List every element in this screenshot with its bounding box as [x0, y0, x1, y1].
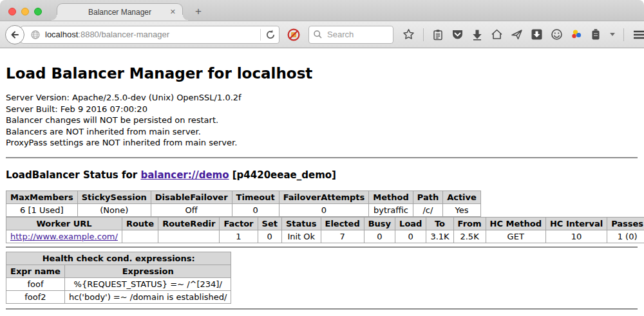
zoom-window-button[interactable] — [34, 8, 42, 15]
cell: Off — [151, 203, 232, 216]
toolbar-divider — [423, 28, 424, 41]
server-info: Server Version: Apache/2.5.0-dev (Unix) … — [6, 92, 638, 149]
emoji-addon-button[interactable] — [551, 28, 563, 41]
cell: %{REQUEST_STATUS} =~ /^[234]/ — [64, 277, 231, 290]
menu-button[interactable] — [632, 29, 644, 41]
tab-balancer-manager[interactable]: Balancer Manager ✕ — [57, 3, 183, 21]
reload-icon — [265, 29, 276, 41]
tab-bar: Balancer Manager ✕ + — [0, 0, 644, 21]
table-header-row: Worker URLRouteRouteRedirFactorSetStatus… — [6, 217, 644, 230]
cell — [122, 230, 158, 243]
table-row: foof2hc('body') =~ /domain is establishe… — [6, 290, 231, 303]
urlbar-divider — [260, 29, 261, 41]
tab-close-icon[interactable]: ✕ — [170, 8, 176, 16]
cell: 7 — [321, 230, 364, 243]
column-header: Status — [281, 217, 321, 230]
url-host: localhost — [45, 30, 78, 39]
search-bar — [308, 26, 393, 44]
container-addon-button[interactable] — [591, 28, 601, 41]
column-header: Set — [258, 217, 281, 230]
clipboard-icon — [432, 29, 444, 41]
column-header: Busy — [364, 217, 395, 230]
info-line: Balancer changes will NOT be persisted o… — [6, 115, 638, 126]
status-prefix: LoadBalancer Status for — [6, 169, 140, 181]
status-suffix: [p4420eeae_demo] — [229, 169, 336, 181]
container-icon — [591, 28, 601, 41]
hamburger-menu-icon — [632, 29, 644, 41]
reload-button[interactable] — [265, 29, 276, 41]
cell: 10 — [545, 230, 607, 243]
column-header: Route — [122, 217, 158, 230]
balancer-settings-table: MaxMembersStickySessionDisableFailoverTi… — [6, 191, 481, 217]
table-row: http://www.example.com/ 10Init Ok7003.1K… — [6, 230, 644, 243]
column-header: Timeout — [232, 191, 279, 203]
cell: 3.1K — [426, 230, 453, 243]
bookmark-star-button[interactable] — [402, 28, 415, 41]
cell: 2.5K — [453, 230, 486, 243]
close-window-button[interactable] — [8, 8, 16, 15]
column-header: Active — [443, 191, 481, 203]
cell: 0 — [279, 203, 369, 216]
table-row: foof%{REQUEST_STATUS} =~ /^[234]/ — [6, 277, 231, 290]
cell: Init Ok — [281, 230, 321, 243]
cell: 1 — [220, 230, 258, 243]
cell: GET — [486, 230, 545, 243]
table-row: 6 [1 Used](None)Off00bytraffic/c/Yes — [6, 203, 481, 216]
info-line: Server Built: Feb 9 2016 07:00:20 — [6, 104, 638, 115]
column-header: Path — [413, 191, 442, 203]
url-text: localhost:8880/balancer-manager — [45, 30, 256, 39]
pocket-button[interactable] — [451, 28, 464, 41]
balancer-link[interactable]: balancer://demo — [140, 169, 229, 181]
column-header: MaxMembers — [6, 191, 78, 203]
video-download-addon-button[interactable] — [531, 28, 543, 41]
new-tab-button[interactable]: + — [191, 5, 206, 18]
worker-url-link[interactable]: http://www.example.com/ — [10, 232, 118, 241]
colored-dots-icon — [571, 28, 583, 41]
cell: 0 — [232, 203, 279, 216]
star-icon — [402, 28, 415, 41]
column-header: Expr name — [6, 265, 65, 277]
search-icon — [313, 30, 323, 39]
cell: foof2 — [6, 290, 65, 303]
column-header: Expression — [64, 265, 231, 277]
health-check-table: Health check cond. expressions: Expr nam… — [6, 252, 231, 304]
health-table-title: Health check cond. expressions: — [6, 252, 231, 265]
minimize-window-button[interactable] — [21, 8, 29, 15]
colors-addon-button[interactable] — [571, 28, 583, 41]
search-input[interactable] — [326, 29, 384, 40]
cell: 6 [1 Used] — [6, 203, 78, 216]
globe-icon — [30, 30, 41, 40]
column-header: FailoverAttempts — [279, 191, 369, 203]
column-header: RouteRedir — [158, 217, 220, 230]
flash-block-button[interactable] — [287, 28, 301, 42]
paper-plane-icon — [511, 28, 523, 41]
square-download-icon — [531, 28, 543, 41]
home-icon — [491, 28, 503, 41]
pocket-icon — [451, 28, 464, 41]
flash-block-icon — [287, 28, 301, 42]
back-button[interactable] — [5, 25, 24, 44]
toolbar-icons — [402, 28, 644, 41]
cell: 0 — [258, 230, 281, 243]
cell: 0 — [395, 230, 426, 243]
url-bar[interactable]: localhost:8880/balancer-manager — [21, 26, 279, 44]
column-header: From — [453, 217, 486, 230]
hello-share-button[interactable] — [511, 28, 523, 41]
chevron-down-icon[interactable] — [610, 33, 615, 36]
column-header: Passes — [607, 217, 644, 230]
cell: bytraffic — [369, 203, 413, 216]
downloads-button[interactable] — [471, 29, 483, 41]
back-arrow-icon — [9, 29, 21, 41]
divider — [6, 157, 638, 158]
page-content: Load Balancer Manager for localhost Serv… — [0, 48, 644, 310]
column-header: Elected — [321, 217, 364, 230]
bookmarks-sidebar-button[interactable] — [432, 29, 444, 41]
column-header: HC Interval — [545, 217, 607, 230]
home-button[interactable] — [491, 28, 503, 41]
cell: 0 — [364, 230, 395, 243]
cell — [158, 230, 220, 243]
table-header-row: Expr nameExpression — [6, 265, 231, 277]
divider — [6, 308, 638, 310]
cell: /c/ — [413, 203, 442, 216]
table-title-row: Health check cond. expressions: — [6, 252, 231, 265]
